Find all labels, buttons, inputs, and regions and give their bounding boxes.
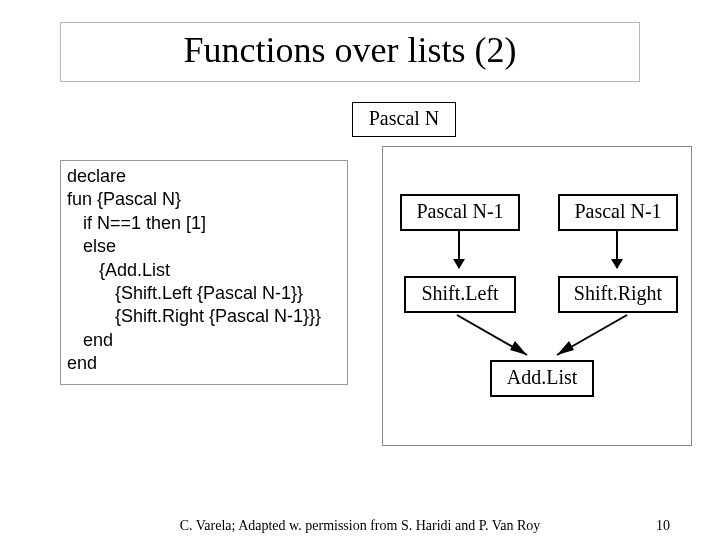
code-line: {Add.List bbox=[67, 259, 341, 282]
node-shift-left: Shift.Left bbox=[404, 276, 516, 313]
arrow-icon bbox=[616, 230, 618, 268]
code-line: end bbox=[67, 329, 341, 352]
page-number: 10 bbox=[656, 518, 670, 534]
node-pascal-n: Pascal N bbox=[352, 102, 456, 137]
code-line: {Shift.Right {Pascal N-1}}} bbox=[67, 305, 341, 328]
slide-title: Functions over lists (2) bbox=[61, 29, 639, 71]
code-line: end bbox=[67, 352, 341, 375]
arrow-icon bbox=[458, 230, 460, 268]
tree-diagram: Pascal N-1 Pascal N-1 Shift.Left Shift.R… bbox=[382, 160, 692, 460]
svg-marker-1 bbox=[510, 341, 527, 355]
svg-line-2 bbox=[557, 315, 627, 355]
arrow-icon bbox=[452, 310, 542, 365]
code-line: declare bbox=[67, 165, 341, 188]
code-line: else bbox=[67, 235, 341, 258]
code-line: if N==1 then [1] bbox=[67, 212, 341, 235]
node-shift-right: Shift.Right bbox=[558, 276, 678, 313]
node-pascal-n-1-left: Pascal N-1 bbox=[400, 194, 520, 231]
code-listing: declare fun {Pascal N} if N==1 then [1] … bbox=[60, 160, 348, 385]
node-pascal-n-1-right: Pascal N-1 bbox=[558, 194, 678, 231]
node-add-list: Add.List bbox=[490, 360, 594, 397]
title-container: Functions over lists (2) bbox=[60, 22, 640, 82]
footer-credit: C. Varela; Adapted w. permission from S.… bbox=[0, 518, 720, 534]
svg-line-0 bbox=[457, 315, 527, 355]
svg-marker-3 bbox=[557, 341, 574, 355]
arrow-icon bbox=[542, 310, 632, 365]
code-line: {Shift.Left {Pascal N-1}} bbox=[67, 282, 341, 305]
code-line: fun {Pascal N} bbox=[67, 188, 341, 211]
